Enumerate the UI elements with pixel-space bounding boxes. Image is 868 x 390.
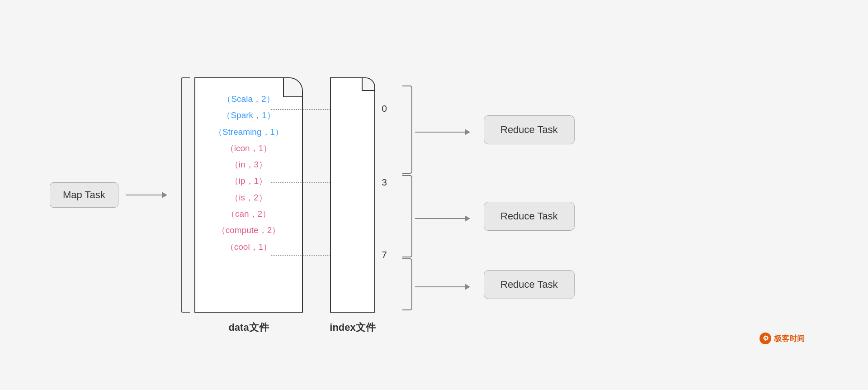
reduce-task-box-2: Reduce Task [484, 270, 575, 299]
arrow-reduce-2-line [415, 286, 465, 287]
index-file: 0 3 7 index文件 [330, 77, 375, 313]
arrow-reduce-1 [415, 215, 470, 222]
arrow-map-line [126, 195, 162, 195]
main-diagram: Map Task （Scala，2） （Spark，1） （Streaming，… [50, 37, 818, 353]
arrow-map [126, 192, 167, 198]
index-file-label: index文件 [330, 321, 375, 334]
arrow-reduce-0 [415, 129, 470, 135]
data-row-4: （in，3） [230, 157, 267, 172]
data-row-0: （Scala，2） [222, 92, 274, 106]
data-file-label: data文件 [228, 321, 269, 334]
right-bracket-1 [402, 175, 412, 257]
map-task-label: Map Task [63, 189, 105, 200]
reduce-task-box-1: Reduce Task [484, 202, 575, 231]
index-num-0: 0 [382, 103, 387, 114]
map-task-box: Map Task [50, 182, 118, 208]
data-row-5: （ip，1） [230, 174, 267, 188]
watermark-icon: ⚙ [760, 333, 771, 344]
right-bracket-0 [402, 86, 412, 174]
data-row-3: （icon，1） [226, 141, 272, 156]
data-row-1: （Spark，1） [222, 108, 275, 123]
reduce-task-label-2: Reduce Task [500, 279, 558, 290]
data-row-9: （cool，1） [226, 240, 272, 254]
data-row-8: （compute，2） [217, 223, 280, 238]
arrow-reduce-2 [415, 284, 470, 290]
reduce-task-label-0: Reduce Task [500, 124, 558, 135]
arrow-map-head [162, 192, 167, 198]
arrow-reduce-1-line [415, 218, 465, 219]
index-num-7: 7 [382, 249, 387, 260]
index-num-3: 3 [382, 177, 387, 188]
data-file: （Scala，2） （Spark，1） （Streaming，1） （icon，… [194, 77, 303, 313]
right-bracket-2 [402, 258, 412, 310]
arrow-reduce-0-head [465, 129, 470, 135]
watermark-text: 极客时间 [774, 333, 805, 344]
left-bracket [181, 77, 190, 313]
data-row-6: （is，2） [230, 190, 267, 205]
arrow-reduce-0-line [415, 132, 465, 133]
arrow-reduce-1-head [465, 215, 470, 222]
reduce-task-label-1: Reduce Task [500, 210, 558, 222]
reduce-task-box-0: Reduce Task [484, 115, 575, 144]
data-row-2: （Streaming，1） [214, 125, 283, 139]
watermark: ⚙ 极客时间 [760, 333, 805, 344]
data-row-7: （can，2） [226, 207, 271, 221]
arrow-reduce-2-head [465, 284, 470, 290]
